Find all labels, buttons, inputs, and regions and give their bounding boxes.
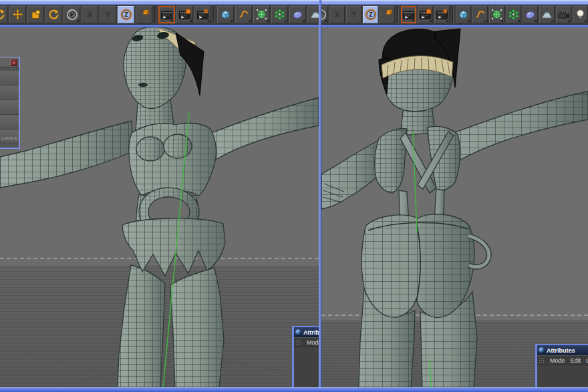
- floor-button[interactable]: [307, 6, 319, 23]
- cube-primitive-icon: [220, 9, 231, 20]
- render-view-button[interactable]: [158, 6, 175, 23]
- rotate-tool-button[interactable]: [45, 6, 62, 23]
- model-front-wireframe: [0, 27, 319, 387]
- render-settings-icon: [196, 9, 209, 20]
- array-icon: [274, 9, 285, 20]
- attributes-title: Attributes: [547, 347, 575, 354]
- attributes-menu-item[interactable]: Mode: [307, 339, 319, 346]
- axis-z-lock-button[interactable]: Z: [118, 6, 134, 23]
- viewport-front[interactable]: x URBS Attributes ModeEdit: [0, 27, 319, 387]
- viewport-back[interactable]: Attributes ModeEditUs: [321, 27, 588, 387]
- render-view-button[interactable]: [401, 6, 416, 23]
- window-titlebar-fragment: [321, 0, 588, 5]
- attributes-titlebar[interactable]: Attributes: [294, 327, 319, 337]
- toolbar-separator: [452, 6, 454, 23]
- hypernurbs-icon: [491, 9, 502, 20]
- hypernurbs-button[interactable]: [253, 6, 270, 23]
- grip-icon[interactable]: [539, 357, 545, 363]
- render-picture-viewer-icon: [419, 9, 432, 20]
- palette-button-2[interactable]: [0, 85, 19, 100]
- attributes-menu-item[interactable]: Edit: [571, 357, 581, 364]
- array-icon: [508, 9, 519, 20]
- cube-primitive-icon: [458, 9, 469, 20]
- palette-button-5[interactable]: URBS: [0, 130, 19, 144]
- axis-z-lock-button[interactable]: Z: [363, 6, 378, 23]
- floor-icon: [310, 9, 319, 20]
- grip-icon[interactable]: [295, 339, 301, 345]
- live-selection-icon: [66, 9, 78, 21]
- axis-x-lock-button[interactable]: X: [329, 6, 345, 23]
- array-button[interactable]: [271, 6, 288, 23]
- live-selection-button[interactable]: [63, 6, 80, 23]
- coordinate-system-icon: [138, 9, 150, 20]
- array-button[interactable]: [506, 6, 521, 23]
- window-titlebar-fragment: [0, 0, 319, 5]
- move-tool-icon: [12, 9, 23, 20]
- move-tool-button[interactable]: [9, 6, 26, 23]
- attributes-menubar: ModeEdit: [294, 337, 319, 347]
- coordinate-system-button[interactable]: [380, 6, 395, 23]
- axis-y-lock-button[interactable]: Y: [100, 6, 116, 23]
- close-icon[interactable]: x: [10, 59, 17, 66]
- window-back-view: XYZ: [321, 0, 588, 392]
- floor-button[interactable]: [539, 6, 555, 23]
- cube-primitive-button[interactable]: [456, 6, 471, 23]
- rotate-tool-icon: [0, 9, 5, 20]
- live-selection-icon: [321, 9, 327, 21]
- command-palette: x URBS: [0, 57, 20, 149]
- attributes-panel: Attributes ModeEdit: [292, 326, 319, 387]
- attributes-titlebar[interactable]: Attributes: [537, 345, 588, 355]
- toolbar-front: XYZ: [0, 5, 319, 25]
- render-settings-icon: [436, 9, 448, 20]
- axis-letter: Y: [351, 11, 357, 19]
- window-front-view: XYZ: [0, 0, 319, 392]
- axis-letter: X: [334, 11, 340, 19]
- scale-tool-button[interactable]: [27, 6, 44, 23]
- render-picture-viewer-button[interactable]: [176, 6, 193, 23]
- attributes-icon: [295, 329, 301, 335]
- spline-button[interactable]: [235, 6, 252, 23]
- model-back-wireframe: [321, 27, 588, 387]
- hypernurbs-button[interactable]: [489, 6, 504, 23]
- render-settings-button[interactable]: [194, 6, 211, 23]
- axis-letter: X: [87, 11, 93, 19]
- svg-text:Z: Z: [369, 11, 373, 18]
- coordinate-system-button[interactable]: [136, 6, 152, 23]
- cube-primitive-button[interactable]: [217, 6, 234, 23]
- axis-y-lock-button[interactable]: Y: [346, 6, 361, 23]
- palette-titlebar[interactable]: x: [0, 57, 19, 67]
- axis-letter: Y: [105, 11, 111, 19]
- toolbar-separator: [154, 6, 156, 23]
- attributes-body: [294, 348, 319, 387]
- attributes-icon: [539, 347, 545, 353]
- metaball-button[interactable]: [289, 6, 306, 23]
- palette-button-3[interactable]: [0, 100, 19, 115]
- spline-button[interactable]: [472, 6, 488, 23]
- clipped-tool-button[interactable]: [0, 6, 8, 23]
- metaball-button[interactable]: [523, 6, 538, 23]
- svg-text:Z: Z: [124, 11, 128, 18]
- spline-icon: [238, 9, 249, 20]
- render-picture-viewer-button[interactable]: [418, 6, 433, 23]
- attributes-panel: Attributes ModeEditUs: [535, 344, 588, 387]
- metaball-icon: [525, 9, 536, 20]
- axis-x-lock-button[interactable]: X: [82, 6, 98, 23]
- palette-button-4[interactable]: [0, 115, 19, 130]
- window-divider: [319, 0, 321, 392]
- camera-icon: [557, 9, 570, 20]
- light-button[interactable]: [573, 6, 588, 23]
- render-view-icon: [160, 9, 173, 20]
- rotate-tool-icon: [48, 9, 59, 20]
- toolbar-back: XYZ: [321, 5, 588, 25]
- clipped-live-selection-button[interactable]: [321, 6, 328, 23]
- attributes-body: [537, 366, 588, 387]
- camera-button[interactable]: [556, 6, 571, 23]
- palette-button-1[interactable]: [0, 71, 19, 85]
- toolbar-separator: [397, 6, 399, 23]
- render-settings-button[interactable]: [434, 6, 450, 23]
- attributes-menu-item[interactable]: Mode: [550, 357, 565, 364]
- window-bottom-border: [0, 387, 588, 392]
- scale-tool-icon: [30, 9, 41, 20]
- axis-letter-circled-icon: Z: [365, 9, 377, 21]
- desktop: XYZ: [0, 0, 588, 392]
